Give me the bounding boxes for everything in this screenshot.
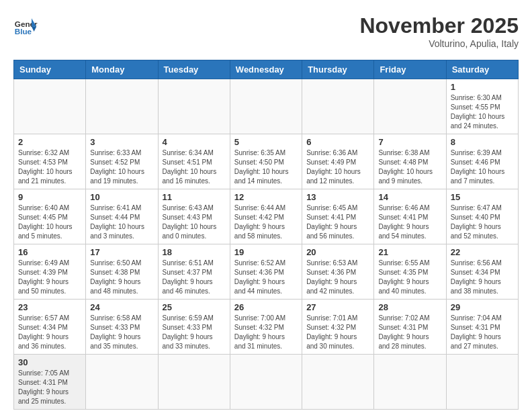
day-number: 21 [378, 247, 441, 257]
day-number: 2 [18, 137, 81, 147]
calendar-cell: 19Sunrise: 6:52 AMSunset: 4:36 PMDayligh… [230, 244, 302, 300]
day-info: Sunrise: 6:51 AMSunset: 4:37 PMDaylight:… [163, 259, 226, 296]
day-number: 22 [451, 247, 514, 257]
svg-text:Blue: Blue [15, 27, 32, 36]
day-info: Sunrise: 6:43 AMSunset: 4:43 PMDaylight:… [163, 203, 226, 241]
day-info: Sunrise: 7:05 AMSunset: 4:31 PMDaylight:… [18, 369, 81, 406]
day-number: 11 [163, 192, 226, 202]
day-number: 30 [18, 357, 81, 367]
day-info: Sunrise: 6:52 AMSunset: 4:36 PMDaylight:… [234, 259, 298, 296]
day-info: Sunrise: 6:41 AMSunset: 4:44 PMDaylight:… [90, 203, 153, 241]
day-info: Sunrise: 6:44 AMSunset: 4:42 PMDaylight:… [234, 203, 298, 241]
day-info: Sunrise: 7:01 AMSunset: 4:32 PMDaylight:… [306, 314, 369, 351]
day-number: 24 [90, 302, 153, 312]
day-number: 19 [234, 247, 298, 257]
day-info: Sunrise: 6:56 AMSunset: 4:34 PMDaylight:… [451, 259, 514, 296]
day-number: 29 [451, 302, 514, 312]
day-number: 18 [163, 247, 226, 257]
calendar-cell [230, 355, 302, 410]
calendar-cell [86, 79, 158, 134]
col-header-monday: Monday [86, 60, 158, 79]
day-info: Sunrise: 6:58 AMSunset: 4:33 PMDaylight:… [90, 314, 153, 351]
month-title: November 2025 [359, 13, 519, 38]
day-number: 1 [451, 82, 514, 92]
day-number: 20 [306, 247, 369, 257]
day-info: Sunrise: 6:34 AMSunset: 4:51 PMDaylight:… [163, 148, 226, 186]
calendar-cell: 20Sunrise: 6:53 AMSunset: 4:36 PMDayligh… [302, 244, 374, 300]
calendar-week-4: 16Sunrise: 6:49 AMSunset: 4:39 PMDayligh… [14, 244, 519, 300]
title-block: November 2025 Volturino, Apulia, Italy [359, 13, 519, 49]
col-header-friday: Friday [374, 60, 446, 79]
calendar-cell: 12Sunrise: 6:44 AMSunset: 4:42 PMDayligh… [230, 189, 302, 244]
calendar-cell: 4Sunrise: 6:34 AMSunset: 4:51 PMDaylight… [158, 134, 230, 189]
col-header-wednesday: Wednesday [230, 60, 302, 79]
calendar-cell: 26Sunrise: 7:00 AMSunset: 4:32 PMDayligh… [230, 300, 302, 355]
svg-marker-3 [32, 27, 36, 32]
day-info: Sunrise: 6:59 AMSunset: 4:33 PMDaylight:… [163, 314, 226, 351]
day-number: 25 [163, 302, 226, 312]
day-number: 15 [451, 192, 514, 202]
calendar-cell [446, 355, 518, 410]
day-info: Sunrise: 6:36 AMSunset: 4:49 PMDaylight:… [306, 148, 369, 186]
calendar-cell [14, 79, 86, 134]
calendar-cell: 7Sunrise: 6:38 AMSunset: 4:48 PMDaylight… [374, 134, 446, 189]
day-info: Sunrise: 6:49 AMSunset: 4:39 PMDaylight:… [18, 259, 81, 296]
calendar-cell: 18Sunrise: 6:51 AMSunset: 4:37 PMDayligh… [158, 244, 230, 300]
calendar-cell: 9Sunrise: 6:40 AMSunset: 4:45 PMDaylight… [14, 189, 86, 244]
day-info: Sunrise: 6:53 AMSunset: 4:36 PMDaylight:… [306, 259, 369, 296]
day-number: 23 [18, 302, 81, 312]
calendar-cell: 23Sunrise: 6:57 AMSunset: 4:34 PMDayligh… [14, 300, 86, 355]
day-info: Sunrise: 6:38 AMSunset: 4:48 PMDaylight:… [378, 148, 441, 186]
col-header-saturday: Saturday [446, 60, 518, 79]
day-number: 26 [234, 302, 298, 312]
day-number: 10 [90, 192, 153, 202]
day-info: Sunrise: 6:39 AMSunset: 4:46 PMDaylight:… [451, 148, 514, 186]
day-info: Sunrise: 7:04 AMSunset: 4:31 PMDaylight:… [451, 314, 514, 351]
calendar-cell: 21Sunrise: 6:55 AMSunset: 4:35 PMDayligh… [374, 244, 446, 300]
calendar-week-6: 30Sunrise: 7:05 AMSunset: 4:31 PMDayligh… [14, 355, 519, 410]
day-number: 4 [163, 137, 226, 147]
day-info: Sunrise: 6:40 AMSunset: 4:45 PMDaylight:… [18, 203, 81, 241]
day-number: 28 [378, 302, 441, 312]
calendar-cell: 10Sunrise: 6:41 AMSunset: 4:44 PMDayligh… [86, 189, 158, 244]
calendar-cell [302, 355, 374, 410]
day-number: 6 [306, 137, 369, 147]
calendar-week-1: 1Sunrise: 6:30 AMSunset: 4:55 PMDaylight… [14, 79, 519, 134]
day-info: Sunrise: 7:02 AMSunset: 4:31 PMDaylight:… [378, 314, 441, 351]
day-info: Sunrise: 6:33 AMSunset: 4:52 PMDaylight:… [90, 148, 153, 186]
calendar-cell [374, 355, 446, 410]
day-info: Sunrise: 7:00 AMSunset: 4:32 PMDaylight:… [234, 314, 298, 351]
logo: General Blue [13, 13, 38, 38]
calendar-cell [374, 79, 446, 134]
day-info: Sunrise: 6:57 AMSunset: 4:34 PMDaylight:… [18, 314, 81, 351]
calendar-cell [230, 79, 302, 134]
logo-icon: General Blue [13, 13, 38, 38]
calendar-cell: 27Sunrise: 7:01 AMSunset: 4:32 PMDayligh… [302, 300, 374, 355]
calendar-cell: 3Sunrise: 6:33 AMSunset: 4:52 PMDaylight… [86, 134, 158, 189]
calendar-week-2: 2Sunrise: 6:32 AMSunset: 4:53 PMDaylight… [14, 134, 519, 189]
day-number: 17 [90, 247, 153, 257]
calendar-cell: 14Sunrise: 6:46 AMSunset: 4:41 PMDayligh… [374, 189, 446, 244]
day-info: Sunrise: 6:45 AMSunset: 4:41 PMDaylight:… [306, 203, 369, 241]
col-header-thursday: Thursday [302, 60, 374, 79]
day-number: 12 [234, 192, 298, 202]
day-number: 3 [90, 137, 153, 147]
calendar-cell [302, 79, 374, 134]
day-info: Sunrise: 6:32 AMSunset: 4:53 PMDaylight:… [18, 148, 81, 186]
day-number: 7 [378, 137, 441, 147]
calendar-cell: 13Sunrise: 6:45 AMSunset: 4:41 PMDayligh… [302, 189, 374, 244]
day-number: 27 [306, 302, 369, 312]
calendar-cell: 22Sunrise: 6:56 AMSunset: 4:34 PMDayligh… [446, 244, 518, 300]
day-info: Sunrise: 6:47 AMSunset: 4:40 PMDaylight:… [451, 203, 514, 241]
day-info: Sunrise: 6:50 AMSunset: 4:38 PMDaylight:… [90, 259, 153, 296]
calendar-cell: 2Sunrise: 6:32 AMSunset: 4:53 PMDaylight… [14, 134, 86, 189]
page-header: General Blue November 2025 Volturino, Ap… [13, 13, 519, 49]
calendar-cell: 8Sunrise: 6:39 AMSunset: 4:46 PMDaylight… [446, 134, 518, 189]
calendar-cell: 11Sunrise: 6:43 AMSunset: 4:43 PMDayligh… [158, 189, 230, 244]
location-subtitle: Volturino, Apulia, Italy [359, 38, 519, 49]
day-number: 14 [378, 192, 441, 202]
calendar-week-3: 9Sunrise: 6:40 AMSunset: 4:45 PMDaylight… [14, 189, 519, 244]
day-number: 5 [234, 137, 298, 147]
calendar-cell: 30Sunrise: 7:05 AMSunset: 4:31 PMDayligh… [14, 355, 86, 410]
calendar-cell [158, 79, 230, 134]
